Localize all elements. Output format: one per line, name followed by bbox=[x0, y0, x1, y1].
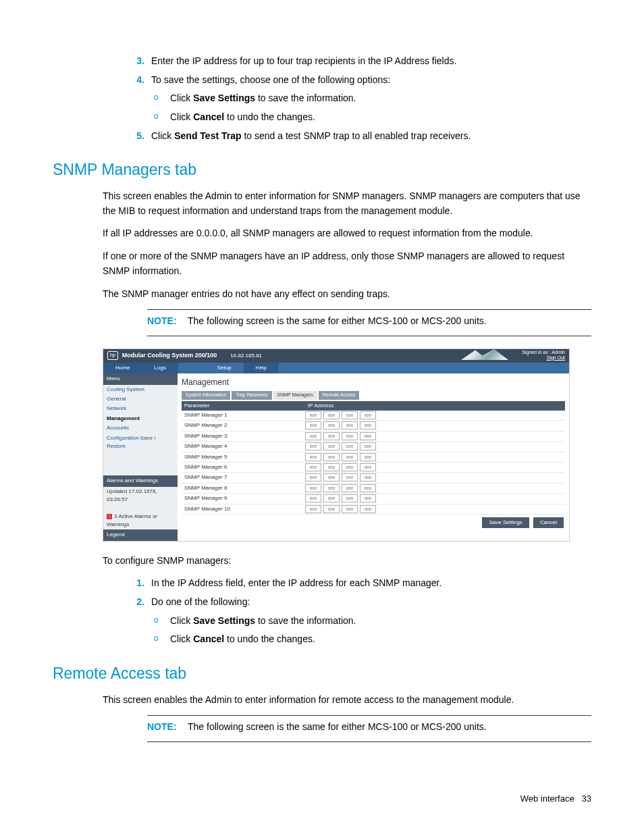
ip-octet-input[interactable]: 000 bbox=[342, 505, 358, 513]
ip-octet-input[interactable]: 000 bbox=[323, 463, 340, 471]
step-number: 5. bbox=[127, 129, 144, 144]
table-row: SNMP Manager 4000000000000 bbox=[182, 442, 565, 452]
ip-octet-input[interactable]: 000 bbox=[323, 484, 340, 492]
row-label: SNMP Manager 9 bbox=[182, 494, 305, 502]
ip-octet-input[interactable]: 000 bbox=[305, 411, 321, 419]
ip-octet-input[interactable]: 000 bbox=[323, 432, 340, 440]
subtab-system-info[interactable]: System Information bbox=[182, 391, 230, 400]
sidebar-item-network[interactable]: Network bbox=[103, 404, 178, 413]
ip-octet-input[interactable]: 000 bbox=[360, 411, 376, 419]
sidebar-item-cooling[interactable]: Cooling System bbox=[103, 385, 178, 394]
ip-octet-input[interactable]: 000 bbox=[342, 463, 358, 471]
step-number: 2. bbox=[127, 595, 144, 610]
table-row: SNMP Manager 6000000000000 bbox=[182, 463, 565, 473]
paragraph: If all IP addresses are 0.0.0.0, all SNM… bbox=[103, 226, 591, 241]
sidebar-item-general[interactable]: General bbox=[103, 394, 178, 404]
ip-octet-input[interactable]: 000 bbox=[342, 442, 358, 450]
tab-setup[interactable]: Setup bbox=[205, 363, 244, 373]
ip-octet-input[interactable]: 000 bbox=[342, 411, 358, 419]
ip-octet-input[interactable]: 000 bbox=[305, 463, 321, 471]
note-text: The following screen is the same for eit… bbox=[188, 314, 487, 329]
ip-octet-input[interactable]: 000 bbox=[342, 473, 358, 481]
ip-octet-input[interactable]: 000 bbox=[305, 473, 321, 481]
paragraph: This screen enables the Admin to enter i… bbox=[103, 693, 591, 708]
tab-logs[interactable]: Logs bbox=[142, 363, 178, 373]
ip-octet-input[interactable]: 000 bbox=[323, 494, 340, 502]
bullet: o bbox=[154, 110, 166, 125]
sidebar-item-management[interactable]: Management bbox=[103, 414, 178, 423]
rule bbox=[147, 336, 591, 336]
note-label: NOTE: bbox=[147, 720, 188, 735]
tab-home[interactable]: Home bbox=[103, 363, 142, 373]
ip-octet-input[interactable]: 000 bbox=[323, 442, 340, 450]
ip-octet-input[interactable]: 000 bbox=[360, 421, 376, 429]
sidebar-item-accounts[interactable]: Accounts bbox=[103, 423, 178, 433]
ip-octet-input[interactable]: 000 bbox=[305, 484, 321, 492]
row-label: SNMP Manager 7 bbox=[182, 473, 305, 481]
paragraph: To configure SNMP managers: bbox=[103, 554, 591, 569]
ip-octet-input[interactable]: 000 bbox=[323, 453, 340, 461]
substep-text: Click Cancel to undo the changes. bbox=[170, 110, 591, 125]
note-text: The following screen is the same for eit… bbox=[188, 720, 487, 735]
ip-octet-input[interactable]: 000 bbox=[360, 463, 376, 471]
ip-octet-input[interactable]: 000 bbox=[360, 473, 376, 481]
ip-octet-input[interactable]: 000 bbox=[342, 453, 358, 461]
ip-octet-input[interactable]: 000 bbox=[305, 432, 321, 440]
ip-octet-input[interactable]: 000 bbox=[323, 505, 340, 513]
table-row: SNMP Manager 9000000000000 bbox=[182, 494, 565, 504]
table-row: SNMP Manager 2000000000000 bbox=[182, 421, 565, 431]
ip-octet-input[interactable]: 000 bbox=[360, 442, 376, 450]
step-text: Click Send Test Trap to send a test SNMP… bbox=[151, 129, 591, 144]
sidebar: Menu Cooling System General Network Mana… bbox=[103, 373, 178, 540]
ip-octet-input[interactable]: 000 bbox=[305, 442, 321, 450]
alarms-updated: Updated 17.02.1978, 03:26:57 bbox=[103, 487, 178, 505]
sign-out-link[interactable]: Sign Out bbox=[547, 355, 565, 360]
signed-in-label: Signed in as : Admin bbox=[522, 350, 565, 355]
tab-help[interactable]: Help bbox=[244, 363, 279, 373]
step-text: Do one of the following: bbox=[151, 595, 591, 610]
ip-cells: 000000000000 bbox=[305, 442, 378, 450]
mountain-graphic-icon bbox=[461, 349, 508, 360]
alert-icon: ! bbox=[107, 514, 112, 519]
ip-octet-input[interactable]: 000 bbox=[323, 411, 340, 419]
ip-octet-input[interactable]: 000 bbox=[360, 494, 376, 502]
sidebar-item-config[interactable]: Configuration Save / Restore bbox=[103, 434, 178, 452]
bullet: o bbox=[154, 614, 166, 629]
ip-octet-input[interactable]: 000 bbox=[323, 473, 340, 481]
ip-octet-input[interactable]: 000 bbox=[342, 421, 358, 429]
app-header: hp Modular Cooling System 200/100 16.82.… bbox=[103, 349, 569, 363]
note-label: NOTE: bbox=[147, 314, 188, 329]
subtab-snmp-managers[interactable]: SNMP Managers bbox=[273, 391, 317, 400]
ip-octet-input[interactable]: 000 bbox=[305, 505, 321, 513]
ip-octet-input[interactable]: 000 bbox=[305, 453, 321, 461]
ip-octet-input[interactable]: 000 bbox=[305, 421, 321, 429]
table-row: SNMP Manager 8000000000000 bbox=[182, 484, 565, 494]
ip-octet-input[interactable]: 000 bbox=[360, 432, 376, 440]
ip-octet-input[interactable]: 000 bbox=[342, 484, 358, 492]
sidebar-menu-header: Menu bbox=[103, 373, 178, 384]
rule bbox=[147, 715, 591, 716]
subtab-trap-receivers[interactable]: Trap Receivers bbox=[232, 391, 271, 400]
alarms-count[interactable]: !3 Active Alarms or Warnings bbox=[103, 512, 178, 530]
ip-octet-input[interactable]: 000 bbox=[342, 494, 358, 502]
ip-octet-input[interactable]: 000 bbox=[305, 494, 321, 502]
ip-octet-input[interactable]: 000 bbox=[323, 421, 340, 429]
page-footer: Web interface 33 bbox=[520, 792, 591, 806]
ip-octet-input[interactable]: 000 bbox=[360, 505, 376, 513]
legend-header: Legend bbox=[103, 529, 178, 540]
row-label: SNMP Manager 3 bbox=[182, 432, 305, 440]
panel-title: Management bbox=[182, 376, 565, 389]
col-parameter: Parameter bbox=[182, 401, 305, 411]
ip-octet-input[interactable]: 000 bbox=[360, 453, 376, 461]
ip-octet-input[interactable]: 000 bbox=[342, 432, 358, 440]
ip-octet-input[interactable]: 000 bbox=[360, 484, 376, 492]
row-label: SNMP Manager 1 bbox=[182, 411, 305, 419]
cancel-button[interactable]: Cancel bbox=[533, 517, 564, 528]
app-title: Modular Cooling System 200/100 bbox=[122, 351, 217, 361]
subtab-remote-access[interactable]: Remote Access bbox=[319, 391, 360, 400]
save-settings-button[interactable]: Save Settings bbox=[482, 517, 529, 528]
step-text: To save the settings, choose one of the … bbox=[151, 73, 591, 88]
row-label: SNMP Manager 6 bbox=[182, 463, 305, 471]
step-number: 3. bbox=[127, 54, 144, 69]
ip-cells: 000000000000 bbox=[305, 432, 378, 440]
